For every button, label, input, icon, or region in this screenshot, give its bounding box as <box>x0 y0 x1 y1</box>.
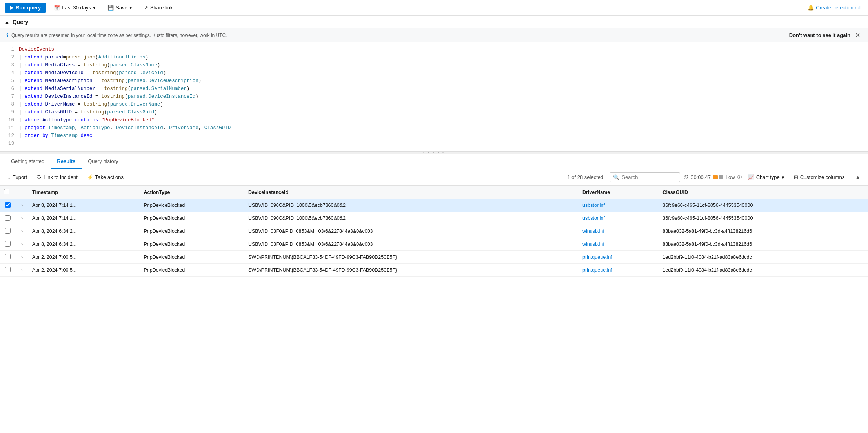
row-deviceinstanceid: USB\VID_090C&PID_1000\5&ecb7860&0&2 <box>244 199 579 212</box>
query-title: Query <box>13 19 28 25</box>
code-editor[interactable]: 1 DeviceEvents 2 | extend parsed=parse_j… <box>0 42 868 151</box>
row-expand-button[interactable]: › <box>20 241 24 248</box>
deviceinstanceid-column-header[interactable]: DeviceInstanceId <box>244 186 579 199</box>
chart-type-label: Chart type <box>756 174 780 180</box>
run-query-label: Run query <box>16 5 41 11</box>
row-classguid: 36fc9e60-c465-11cf-8056-444553540000 <box>659 212 868 225</box>
performance-bars <box>713 175 723 179</box>
row-expand-cell[interactable]: › <box>16 225 28 238</box>
save-label: Save <box>116 5 127 11</box>
row-expand-button[interactable]: › <box>20 215 24 222</box>
perf-bar-orange <box>713 175 718 179</box>
row-timestamp: Apr 2, 2024 7:00:5... <box>28 251 140 264</box>
row-checkbox[interactable] <box>5 215 11 221</box>
dont-show-button[interactable]: Don't want to see it again <box>789 32 850 38</box>
share-icon: ↗ <box>144 5 148 11</box>
row-actiontype: PnpDeviceBlocked <box>140 238 244 251</box>
row-expand-button[interactable]: › <box>20 254 24 261</box>
row-actiontype: PnpDeviceBlocked <box>140 199 244 212</box>
code-line-7: 7 | extend DeviceInstanceId = tostring(p… <box>0 93 868 100</box>
row-expand-cell[interactable]: › <box>16 251 28 264</box>
tab-results[interactable]: Results <box>51 154 82 169</box>
query-header[interactable]: ▲ Query <box>0 16 868 28</box>
export-label: Export <box>13 174 27 180</box>
close-info-button[interactable]: ✕ <box>853 31 862 39</box>
collapse-results-button[interactable]: ▲ <box>852 173 863 182</box>
row-expand-cell[interactable]: › <box>16 212 28 225</box>
select-all-checkbox[interactable] <box>4 189 9 194</box>
chevron-down-icon: ▾ <box>93 5 96 11</box>
row-expand-cell[interactable]: › <box>16 199 28 212</box>
time-range-button[interactable]: 📅 Last 30 days ▾ <box>49 3 100 13</box>
row-expand-button[interactable]: › <box>20 267 24 274</box>
table-row: › Apr 8, 2024 6:34:2... PnpDeviceBlocked… <box>0 238 868 251</box>
table-header: Timestamp ActionType DeviceInstanceId Dr… <box>0 186 868 199</box>
run-query-button[interactable]: Run query <box>5 3 46 13</box>
row-checkbox[interactable] <box>5 202 11 208</box>
save-icon: 💾 <box>107 5 114 11</box>
clock-icon: ⏱ <box>683 174 688 180</box>
resize-handle[interactable]: • • • • • <box>0 151 868 154</box>
row-actiontype: PnpDeviceBlocked <box>140 264 244 277</box>
selection-info: 1 of 28 selected <box>567 174 603 180</box>
row-classguid: 88bae032-5a81-49f0-bc3d-a4ff138216d6 <box>659 225 868 238</box>
row-checkbox-cell[interactable] <box>0 212 16 225</box>
row-checkbox-cell[interactable] <box>0 199 16 212</box>
row-expand-cell[interactable]: › <box>16 238 28 251</box>
chevron-down-icon: ▾ <box>129 5 132 11</box>
columns-icon: ⊞ <box>794 174 798 180</box>
tab-getting-started[interactable]: Getting started <box>5 154 51 169</box>
code-line-2: 2 | extend parsed=parse_json(AdditionalF… <box>0 53 868 61</box>
low-label: Low <box>726 174 735 180</box>
classguid-column-header[interactable]: ClassGUID <box>659 186 868 199</box>
row-expand-cell[interactable]: › <box>16 264 28 277</box>
row-checkbox[interactable] <box>5 267 11 272</box>
customize-columns-button[interactable]: ⊞ Customize columns <box>791 173 848 182</box>
shield-icon: 🛡 <box>36 174 42 180</box>
row-drivername: usbstor.inf <box>579 212 659 225</box>
share-label: Share link <box>150 5 173 11</box>
timestamp-column-header[interactable]: Timestamp <box>28 186 140 199</box>
row-checkbox-cell[interactable] <box>0 238 16 251</box>
customize-columns-label: Customize columns <box>800 174 844 180</box>
take-actions-button[interactable]: ⚡ Take actions <box>84 173 127 182</box>
chart-type-button[interactable]: 📈 Chart type ▾ <box>745 173 788 182</box>
row-timestamp: Apr 8, 2024 6:34:2... <box>28 225 140 238</box>
results-table: Timestamp ActionType DeviceInstanceId Dr… <box>0 186 868 277</box>
select-all-column[interactable] <box>0 186 16 199</box>
row-deviceinstanceid: USB\VID_090C&PID_1000\5&ecb7860&0&2 <box>244 212 579 225</box>
row-classguid: 88bae032-5a81-49f0-bc3d-a4ff138216d6 <box>659 238 868 251</box>
row-checkbox[interactable] <box>5 241 11 247</box>
save-button[interactable]: 💾 Save ▾ <box>103 3 136 13</box>
row-checkbox[interactable] <box>5 228 11 234</box>
code-line-6: 6 | extend MediaSerialNumber = tostring(… <box>0 85 868 93</box>
search-input[interactable] <box>622 174 677 180</box>
code-line-8: 8 | extend DriverName = tostring(parsed.… <box>0 100 868 108</box>
row-expand-button[interactable]: › <box>20 202 24 209</box>
time-range-label: Last 30 days <box>62 5 91 11</box>
row-deviceinstanceid: SWD\PRINTENUM\{BBCA1F83-54DF-49FD-99C3-F… <box>244 251 579 264</box>
code-line-4: 4 | extend MediaDeviceId = tostring(pars… <box>0 69 868 77</box>
tab-query-history[interactable]: Query history <box>82 154 124 169</box>
row-checkbox-cell[interactable] <box>0 225 16 238</box>
row-classguid: 1ed2bbf9-11f0-4084-b21f-ad83a8e6dcdc <box>659 251 868 264</box>
timer-info: ⏱ 00:00.47 Low ⓘ <box>683 174 741 180</box>
create-detection-button[interactable]: 🔔 Create detection rule <box>808 5 863 11</box>
code-line-10: 10 | where ActionType contains "PnpDevic… <box>0 116 868 124</box>
search-box[interactable]: 🔍 <box>610 172 680 182</box>
export-button[interactable]: ↓ Export <box>5 173 30 182</box>
perf-bar-gray <box>719 175 723 179</box>
row-expand-button[interactable]: › <box>20 228 24 235</box>
row-checkbox-cell[interactable] <box>0 251 16 264</box>
results-tabs: Getting started Results Query history <box>0 154 868 169</box>
row-timestamp: Apr 8, 2024 7:14:1... <box>28 199 140 212</box>
link-to-incident-label: Link to incident <box>44 174 78 180</box>
drivername-column-header[interactable]: DriverName <box>579 186 659 199</box>
table-row: › Apr 2, 2024 7:00:5... PnpDeviceBlocked… <box>0 251 868 264</box>
table-body: › Apr 8, 2024 7:14:1... PnpDeviceBlocked… <box>0 199 868 277</box>
row-checkbox[interactable] <box>5 254 11 259</box>
row-checkbox-cell[interactable] <box>0 264 16 277</box>
share-link-button[interactable]: ↗ Share link <box>140 3 177 13</box>
actiontype-column-header[interactable]: ActionType <box>140 186 244 199</box>
link-to-incident-button[interactable]: 🛡 Link to incident <box>33 173 81 182</box>
